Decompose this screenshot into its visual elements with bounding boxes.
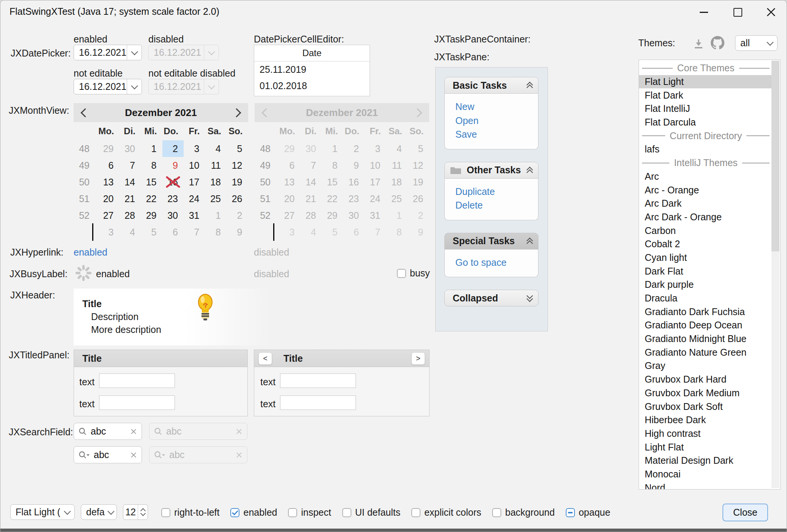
clear-icon[interactable] — [130, 428, 137, 435]
spinner-buttons[interactable] — [138, 505, 148, 519]
theme-list-item[interactable]: Dark Flat — [639, 264, 771, 278]
taskpane-link[interactable]: Delete — [455, 198, 538, 212]
search-field-with-menu-enabled[interactable]: abc — [74, 446, 142, 463]
calendar-day[interactable]: 19 — [227, 174, 248, 190]
search-input[interactable]: abc — [91, 426, 130, 437]
calendar-day[interactable]: 2 — [227, 207, 248, 224]
laf-combo[interactable]: Flat Light (F1) — [10, 504, 75, 520]
option-checkbox-opaque[interactable]: opaque — [566, 507, 610, 518]
theme-list-item[interactable]: Arc — [639, 170, 771, 184]
calendar-day[interactable]: 27 — [98, 207, 120, 224]
datepicker-dropdown-button[interactable] — [127, 79, 142, 94]
calendar-day[interactable]: 6 — [98, 157, 120, 174]
taskpane-link[interactable]: Go to space — [455, 256, 538, 270]
calendar-day[interactable]: 1 — [141, 140, 162, 157]
search-field-enabled[interactable]: abc — [74, 423, 142, 440]
calendar-day[interactable]: 5 — [141, 224, 162, 240]
themes-list[interactable]: Core ThemesFlat LightFlat DarkFlat Intel… — [639, 60, 781, 490]
calendar-day[interactable]: 24 — [184, 190, 205, 207]
calendar-day[interactable]: 6 — [162, 224, 184, 240]
calendar-day[interactable]: 7 — [120, 157, 141, 174]
option-checkbox-explicit-colors[interactable]: explicit colors — [411, 507, 481, 518]
table-column-header[interactable]: Date — [254, 45, 370, 61]
clear-icon[interactable] — [130, 452, 137, 458]
panel-left-button[interactable]: < — [258, 352, 272, 365]
calendar-day[interactable]: 12 — [227, 157, 248, 174]
search-menu-icon[interactable] — [79, 451, 90, 459]
hyperlink-enabled[interactable]: enabled — [74, 247, 107, 258]
taskpane-header[interactable]: Collapsed — [444, 290, 538, 306]
theme-list-item[interactable]: Material Design Dark — [639, 454, 771, 468]
calendar-day[interactable]: 21 — [120, 190, 141, 207]
theme-list-item[interactable]: Gradianto Dark Fuchsia — [639, 305, 771, 319]
collapse-icon[interactable] — [527, 168, 532, 173]
taskpane-link[interactable]: New — [455, 100, 538, 114]
theme-list-item[interactable]: Cobalt 2 — [639, 237, 771, 251]
calendar-day[interactable]: 10 — [184, 157, 205, 174]
calendar-day[interactable]: 7 — [184, 224, 205, 240]
theme-list-item[interactable]: Gradianto Midnight Blue — [639, 332, 771, 346]
option-checkbox-ui-defaults[interactable]: UI defaults — [342, 507, 401, 518]
taskpane-link[interactable]: Open — [455, 114, 538, 128]
close-window-button[interactable] — [762, 4, 780, 20]
checkbox-box[interactable] — [492, 508, 501, 517]
font-combo[interactable]: default — [81, 504, 117, 520]
taskpane-link[interactable]: Duplicate — [455, 185, 538, 199]
checkbox-box[interactable] — [161, 508, 170, 517]
calendar-day[interactable]: 30 — [120, 140, 141, 157]
theme-list-item[interactable]: Arc Dark — [639, 197, 771, 210]
checkbox-box[interactable] — [342, 508, 351, 517]
text-input[interactable] — [99, 395, 175, 410]
theme-list-item[interactable]: High contrast — [639, 427, 771, 441]
taskpane-link[interactable]: Save — [455, 127, 538, 141]
calendar-day[interactable]: 29 — [98, 140, 120, 157]
theme-list-item[interactable]: Carbon — [639, 224, 771, 237]
text-input[interactable] — [280, 395, 356, 410]
font-size-value[interactable]: 12 — [123, 505, 138, 519]
calendar-day[interactable]: 17 — [184, 174, 205, 190]
theme-list-item[interactable]: Gruvbox Dark Medium — [639, 386, 771, 400]
calendar-day[interactable]: 13 — [98, 174, 120, 190]
calendar-day[interactable]: 11 — [205, 157, 227, 174]
checkbox-box[interactable] — [411, 508, 420, 517]
calendar-day[interactable]: 4 — [120, 224, 141, 240]
checkbox-box[interactable] — [566, 508, 575, 517]
calendar-day[interactable]: 22 — [141, 190, 162, 207]
maximize-button[interactable] — [729, 4, 747, 20]
theme-list-item[interactable]: Gradianto Deep Ocean — [639, 319, 771, 332]
theme-list-item[interactable]: Gradianto Nature Green — [639, 345, 771, 359]
title-bar[interactable]: FlatSwingXTest (Java 17; system scale fa… — [0, 0, 787, 22]
download-icon[interactable] — [693, 38, 705, 50]
calendar-day[interactable]: 20 — [98, 190, 120, 207]
option-checkbox-right-to-left[interactable]: right-to-left — [161, 507, 219, 518]
theme-list-item[interactable]: Dark purple — [639, 278, 771, 292]
option-checkbox-background[interactable]: background — [492, 507, 555, 518]
calendar-day[interactable]: 28 — [120, 207, 141, 224]
theme-list-item[interactable]: Arc Dark - Orange — [639, 210, 771, 224]
checkbox-box[interactable] — [288, 508, 297, 517]
date-cell-editor-table[interactable]: Date 25.11.2019 01.02.2018 — [254, 45, 370, 96]
collapse-icon[interactable] — [527, 239, 532, 244]
themes-filter-dropdown[interactable] — [763, 36, 777, 50]
calendar-day[interactable]: 31 — [184, 207, 205, 224]
taskpane-header[interactable]: Other Tasks — [444, 162, 538, 179]
calendar-day[interactable]: 8 — [141, 157, 162, 174]
theme-list-item[interactable]: lafs — [639, 143, 771, 156]
calendar-day[interactable]: 30 — [162, 207, 184, 224]
calendar-day[interactable]: 23 — [162, 190, 184, 207]
table-row[interactable]: 25.11.2019 — [254, 61, 370, 78]
font-size-spinner[interactable]: 12 — [123, 504, 148, 520]
theme-list-item[interactable]: Gray — [639, 359, 771, 373]
calendar-day[interactable]: 5 — [227, 140, 248, 157]
minimize-button[interactable] — [695, 4, 713, 20]
panel-right-button[interactable]: > — [411, 352, 425, 365]
theme-list-item[interactable]: Flat Dark — [639, 88, 771, 102]
theme-list-item[interactable]: Flat IntelliJ — [639, 102, 771, 116]
calendar-day[interactable]: 15 — [141, 174, 162, 190]
calendar-day[interactable]: 9 — [162, 157, 184, 174]
checkbox-box[interactable] — [230, 508, 239, 517]
calendar-day[interactable]: 3 — [184, 140, 205, 157]
font-combo-dropdown[interactable] — [105, 505, 116, 519]
datepicker-dropdown-button[interactable] — [127, 45, 142, 60]
laf-combo-dropdown[interactable] — [60, 505, 74, 519]
